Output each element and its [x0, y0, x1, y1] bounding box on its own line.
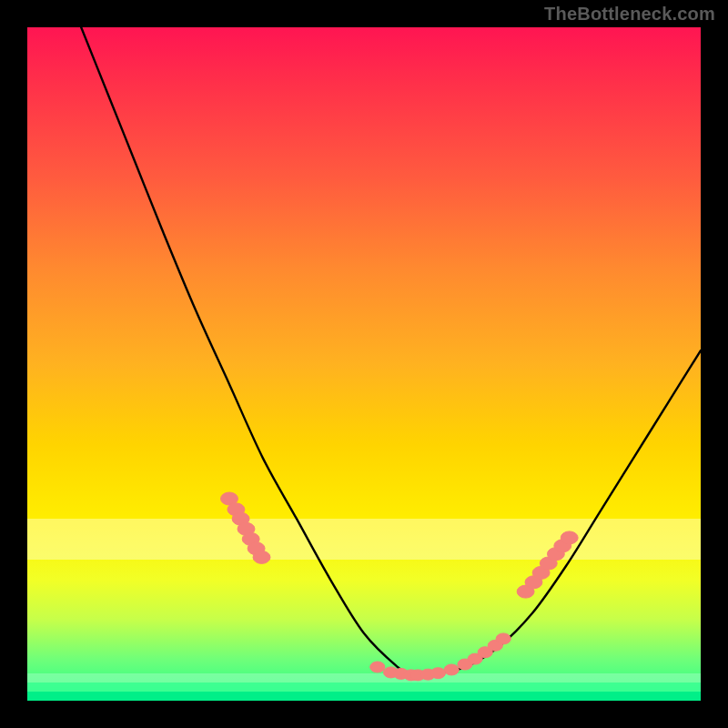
data-marker: [430, 668, 445, 679]
chart-frame: TheBottleneck.com: [0, 0, 728, 728]
data-markers: [221, 492, 579, 681]
data-marker: [370, 662, 385, 672]
data-marker: [561, 531, 578, 544]
plot-area: [27, 27, 701, 701]
data-marker: [253, 551, 270, 563]
curve-layer: [27, 27, 701, 701]
attribution-text: TheBottleneck.com: [544, 4, 715, 25]
data-marker: [444, 664, 459, 675]
bottleneck-curve: [81, 27, 701, 674]
data-marker: [496, 633, 511, 644]
